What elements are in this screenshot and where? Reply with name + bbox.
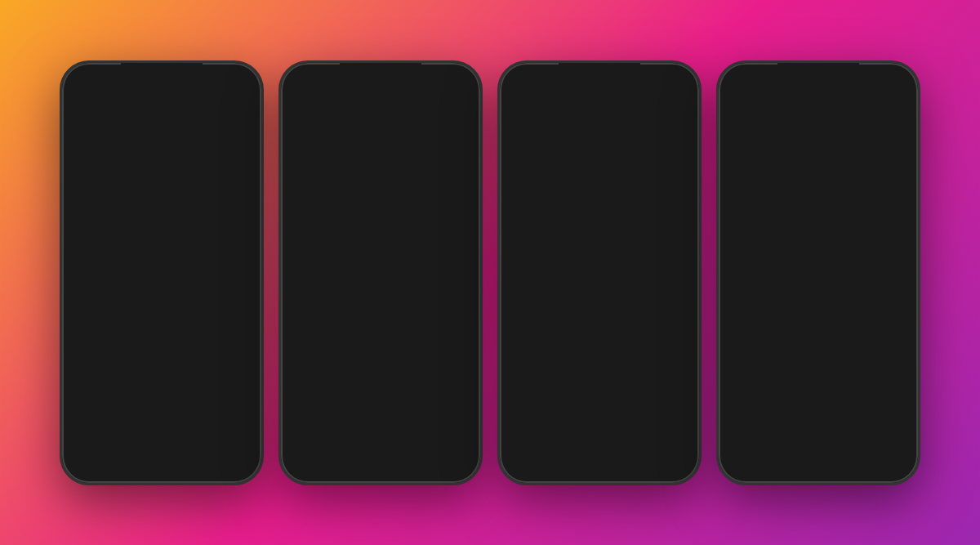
bar-val-igtv-2: 2,702	[445, 196, 470, 204]
wifi-icon-2: WiFi	[441, 71, 457, 79]
bar-track-reels-2	[340, 175, 442, 183]
reel-count-1: 2.3K	[294, 329, 308, 337]
bar-label-live-2: Live Videos	[292, 217, 336, 226]
bar-fill-reels-2	[340, 175, 442, 183]
reel-item-1[interactable]: 👩🏾 2.3K Apr 23	[292, 280, 337, 346]
legend-row-2: ● Followers ● Non-Followers	[282, 233, 479, 248]
reel-audio-3: kaiblue · Original Audio · ✨ Luminous	[510, 201, 688, 209]
followers-dot	[292, 237, 296, 242]
bar-igtv-2: IGTV Videos 2,702	[292, 196, 470, 204]
bar-fill-posts-2	[340, 185, 406, 194]
stat-row-comments-4: Comments 313	[729, 290, 907, 309]
info-button-2[interactable]: ⓘ	[453, 91, 468, 105]
stat-row-saves-3: Saves 57	[510, 358, 688, 377]
phone-1: 9:41 ▪▪▪ WiFi ▊ ‹ Reach ⓘ Last 7 Days ▾ …	[60, 60, 264, 485]
stat-value-saves-3: 57	[679, 362, 688, 372]
bar-fill-stories-2	[340, 207, 385, 215]
reached-count: 14,236	[73, 148, 251, 173]
stat-label-shares-4: Shares	[729, 313, 758, 323]
reel-thumb-4: 👩🏾 900	[439, 280, 479, 339]
reel-item-4[interactable]: 👩🏾 900 Apr...	[439, 280, 479, 346]
date-range-1: Apr 19 - Apr 25	[196, 119, 251, 128]
stat-value-likes-3: 1,112	[666, 306, 688, 315]
interactions-info-icon-3[interactable]: i	[592, 288, 602, 297]
live-date-4: April 25, 2021 · Duration 25:03	[729, 198, 907, 206]
screen-content-3: My skincare and beauty essentials! ✨ kai…	[501, 170, 698, 482]
reel-item-3[interactable]: 👩🏾 1K Apr 19	[390, 280, 435, 346]
reel-item-2[interactable]: 👩🏾 1.1K Apr 25	[341, 280, 386, 346]
status-bar-1: 9:41 ▪▪▪ WiFi ▊	[63, 64, 261, 87]
reel-date-4: Apr...	[455, 339, 468, 346]
stat-label-accounts-4: Accounts Reached	[729, 237, 804, 247]
bar-row-reels-1: Reels 5,301	[73, 398, 251, 406]
bar-reels-2: Reels 5,301	[292, 175, 470, 183]
bar-fill-igtv-2	[340, 196, 392, 204]
content-type-bars-1: Reels 5,301	[63, 395, 261, 412]
content-type-sub-1: Based on reach	[63, 381, 261, 395]
top-reels-title: Top Reels	[292, 255, 349, 266]
bar-val-stories-2: 2,407	[445, 207, 470, 215]
chevron-right-icon[interactable]: ›	[466, 259, 470, 270]
filter-bar-1: Last 7 Days ▾ Apr 19 - Apr 25	[63, 111, 261, 136]
bar-label-reels-1: Reels	[73, 398, 118, 406]
content-type-title-2: Content Type	[282, 136, 479, 156]
back-button-2[interactable]: ‹	[293, 90, 298, 107]
reel-thumb-3: 👩🏾 1K	[390, 280, 435, 339]
top-reels-header: Top Reels Based on reach ›	[282, 248, 479, 277]
bar-posts-2: Posts 3,451	[292, 185, 470, 194]
reel-insights-title-3: Reel Insights i	[510, 230, 688, 241]
live-interactions-info-icon-4[interactable]: i	[809, 276, 819, 286]
followers-val: 12,101	[74, 317, 106, 329]
bar-label-posts-2: Posts	[292, 185, 336, 194]
reel-thumb-1: 👩🏾 2.3K	[292, 280, 337, 339]
bar-track-posts-2	[340, 185, 442, 194]
bar-stories-2: Stories 2,407	[292, 207, 470, 215]
live-hero-4: 👩🏾‍🍳	[719, 64, 917, 178]
status-icons-1: ▪▪▪ WiFi ▊	[212, 71, 247, 79]
reel-count-4: 900	[441, 329, 452, 337]
period-filter-2[interactable]: Last 7 Days ▾	[292, 116, 359, 132]
stat-value-accounts-4: 3,222	[884, 237, 907, 247]
bar-label-reels-2: Reels	[292, 175, 336, 183]
reel-date-2: Apr 25	[355, 339, 372, 346]
bar-val-reels-2: 5,301	[445, 175, 470, 183]
screen-content-4: Join me for my Daily Routine! 🌤 April 25…	[719, 178, 917, 482]
insights-info-icon-3[interactable]: i	[574, 230, 584, 240]
battery-icon: ▊	[240, 71, 246, 79]
followers-lbl: ● Followers	[73, 329, 106, 337]
reel-insights-3: Reel Insights i Accounts Reached 8,222 P…	[501, 225, 698, 382]
back-button-1[interactable]: ‹	[74, 90, 79, 107]
bar-label-stories-2: Stories	[292, 207, 336, 215]
info-button-1[interactable]: ⓘ	[234, 91, 249, 105]
stat-label-peak-4: Peak Concurrent Viewers	[729, 256, 831, 266]
signal-icon: ▪▪▪	[212, 71, 220, 79]
live-title-4: Join me for my Daily Routine! 🌤	[729, 185, 907, 196]
reel-count-3: 1K	[392, 329, 400, 337]
reel-hero-3: 😊	[501, 64, 698, 170]
stat-value-plays-3: 12,211	[661, 267, 688, 277]
stat-row-accounts-3: Accounts Reached 8,222	[510, 244, 688, 263]
stat-label-saves-3: Saves	[510, 362, 536, 372]
period-filter-1[interactable]: Last 7 Days ▾	[73, 116, 140, 132]
followers-title: Followers and Non-Followers	[63, 202, 261, 221]
legend-followers-2: ● Followers	[292, 236, 334, 243]
filter-label-2: Last 7 Days ▾	[298, 118, 353, 129]
phone-4: 👩🏾‍🍳 Join me for my Daily Routine! 🌤 Apr…	[716, 60, 920, 485]
reel-thumb-2: 👩🏾 1.1K	[341, 280, 386, 339]
stat-row-plays-3: Plays 12,211	[510, 263, 688, 282]
accounts-reached-block: 14,236 Accounts Reached +7.3% vs Apr 12 …	[63, 136, 261, 202]
reel-count-2: 1.1K	[343, 329, 357, 337]
reached-label: Accounts Reached	[73, 173, 251, 185]
followers-subtitle: Based on reach	[63, 221, 261, 235]
non-followers-lbl: ● Non-Followers	[122, 329, 171, 337]
phone-3: 😊 My skincare and beauty essentials! ✨ k…	[497, 60, 702, 485]
live-stats-4: Reach i Accounts Reached 3,222 Peak Conc…	[719, 213, 917, 333]
stat-value-accounts-3: 8,222	[666, 248, 688, 258]
chart-section-2: Reels 5,301 Posts 3,451 IGTV Videos	[282, 170, 479, 233]
live-info-4: Join me for my Daily Routine! 🌤 April 25…	[719, 178, 917, 213]
reach-info-icon-4[interactable]: i	[761, 219, 771, 229]
non-followers-val: 2,135	[133, 317, 160, 329]
stat-row-comments-3: Comments 372	[510, 320, 688, 339]
reel-date-3: Apr 19	[404, 339, 421, 346]
reel-interactions-title-3: Reel Interactions i	[510, 287, 688, 298]
